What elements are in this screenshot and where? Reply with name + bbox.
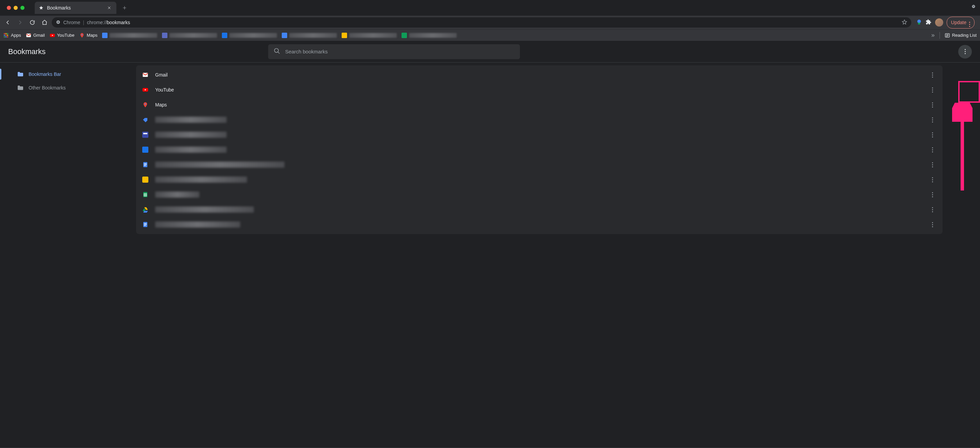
- browser-tab[interactable]: Bookmarks: [35, 2, 116, 14]
- tab-list-button[interactable]: [970, 3, 977, 10]
- traffic-lights: [3, 6, 28, 10]
- page-body: Bookmarks Bar Other Bookmarks GmailYouTu…: [0, 63, 980, 448]
- svg-point-16: [81, 34, 82, 35]
- bookmark-list-card: GmailYouTubeMaps: [136, 65, 943, 234]
- blue-square-icon: [142, 132, 148, 138]
- svg-rect-31: [142, 147, 148, 153]
- bookmark-row[interactable]: [136, 172, 943, 187]
- forward-button[interactable]: [15, 17, 25, 27]
- sidebar: Bookmarks Bar Other Bookmarks: [0, 63, 136, 448]
- bookmark-redacted[interactable]: [102, 33, 157, 38]
- close-tab-button[interactable]: [106, 5, 112, 11]
- tab-title: Bookmarks: [47, 5, 71, 11]
- kebab-icon: [932, 147, 933, 153]
- row-more-button[interactable]: [928, 191, 937, 199]
- apps-shortcut[interactable]: Apps: [3, 33, 21, 38]
- reload-button[interactable]: [27, 17, 37, 27]
- bookmark-label-redacted: [155, 132, 227, 138]
- svg-rect-8: [4, 35, 5, 36]
- gdoc-icon: [142, 221, 148, 227]
- bookmark-redacted[interactable]: [162, 33, 217, 38]
- svg-rect-17: [102, 33, 108, 38]
- svg-point-28: [145, 103, 146, 105]
- bookmarks-overflow-button[interactable]: »: [931, 32, 935, 39]
- svg-rect-5: [4, 33, 5, 34]
- update-button[interactable]: Update: [947, 17, 975, 29]
- row-more-button[interactable]: [928, 221, 937, 229]
- svg-rect-21: [342, 33, 347, 38]
- row-more-button[interactable]: [928, 205, 937, 214]
- toolbar-right: Update: [913, 17, 977, 29]
- kebab-icon: [932, 73, 933, 78]
- bookmark-row[interactable]: Gmail: [136, 67, 943, 82]
- bookmark-row[interactable]: [136, 217, 943, 232]
- kebab-icon: [932, 87, 933, 92]
- bookmark-redacted[interactable]: [401, 33, 457, 38]
- svg-rect-43: [144, 224, 147, 225]
- site-info-icon[interactable]: [56, 20, 60, 25]
- star-icon: [39, 5, 43, 10]
- search-icon: [274, 48, 280, 56]
- bookmark-label: Gmail: [33, 33, 45, 38]
- minimize-window-button[interactable]: [14, 6, 18, 10]
- row-more-button[interactable]: [928, 146, 937, 154]
- bookmark-gmail[interactable]: Gmail: [26, 33, 45, 38]
- bookmark-maps[interactable]: Maps: [79, 33, 98, 38]
- row-more-button[interactable]: [928, 86, 937, 94]
- gdoc-icon: [142, 162, 148, 168]
- bookmark-row[interactable]: [136, 187, 943, 202]
- svg-rect-10: [7, 35, 8, 36]
- svg-rect-4: [918, 22, 920, 24]
- profile-avatar[interactable]: [935, 18, 943, 27]
- gdrive-icon: [142, 207, 148, 213]
- kebab-icon: [932, 177, 933, 182]
- yellow-box-icon: [142, 176, 148, 183]
- bookmarks-manager: Bookmarks Bookmarks Bar Other Bookmarks: [0, 41, 980, 448]
- bookmark-row[interactable]: [136, 142, 943, 157]
- organize-menu-button[interactable]: [958, 45, 972, 59]
- bookmark-row[interactable]: YouTube: [136, 82, 943, 97]
- page-header: Bookmarks: [0, 41, 980, 63]
- bookmark-row[interactable]: Maps: [136, 97, 943, 112]
- blue-box-icon: [142, 147, 148, 153]
- bookmark-label-redacted: [155, 221, 240, 227]
- row-more-button[interactable]: [928, 101, 937, 109]
- bookmark-youtube[interactable]: YouTube: [50, 33, 75, 38]
- bookmark-row[interactable]: [136, 127, 943, 142]
- svg-rect-35: [144, 165, 146, 166]
- bookmark-row[interactable]: [136, 157, 943, 172]
- search-input[interactable]: [285, 49, 514, 54]
- search-bookmarks[interactable]: [268, 44, 520, 59]
- sidebar-item-bookmarks-bar[interactable]: Bookmarks Bar: [0, 67, 136, 81]
- row-more-button[interactable]: [928, 160, 937, 169]
- row-more-button[interactable]: [928, 116, 937, 124]
- page-title: Bookmarks: [8, 47, 46, 56]
- row-more-button[interactable]: [928, 71, 937, 79]
- bookmark-redacted[interactable]: [282, 33, 337, 38]
- bookmark-label: Maps: [155, 102, 167, 108]
- kebab-icon: [932, 118, 933, 122]
- bookmark-star-button[interactable]: [902, 19, 907, 26]
- bookmark-row[interactable]: [136, 202, 943, 217]
- row-more-button[interactable]: [928, 176, 937, 184]
- sidebar-item-other-bookmarks[interactable]: Other Bookmarks: [0, 81, 136, 95]
- bookmark-row[interactable]: [136, 112, 943, 127]
- address-bar[interactable]: Chrome | chrome://bookmarks: [52, 17, 911, 27]
- zoom-window-button[interactable]: [21, 6, 24, 10]
- home-button[interactable]: [40, 17, 50, 27]
- gmaps-icon: [142, 102, 148, 108]
- extension-badge-icon[interactable]: [916, 19, 922, 26]
- new-tab-button[interactable]: [120, 3, 129, 13]
- svg-point-24: [275, 49, 279, 53]
- bookmark-redacted[interactable]: [342, 33, 397, 38]
- row-more-button[interactable]: [928, 130, 937, 139]
- extensions-button[interactable]: [926, 19, 932, 26]
- close-window-button[interactable]: [7, 6, 11, 10]
- back-button[interactable]: [3, 17, 13, 27]
- svg-rect-30: [143, 133, 147, 134]
- svg-rect-13: [7, 36, 8, 37]
- bookmark-redacted[interactable]: [222, 33, 277, 38]
- reading-list-button[interactable]: Reading List: [945, 33, 977, 38]
- gmail-icon: [142, 72, 148, 78]
- kebab-icon: [969, 18, 970, 27]
